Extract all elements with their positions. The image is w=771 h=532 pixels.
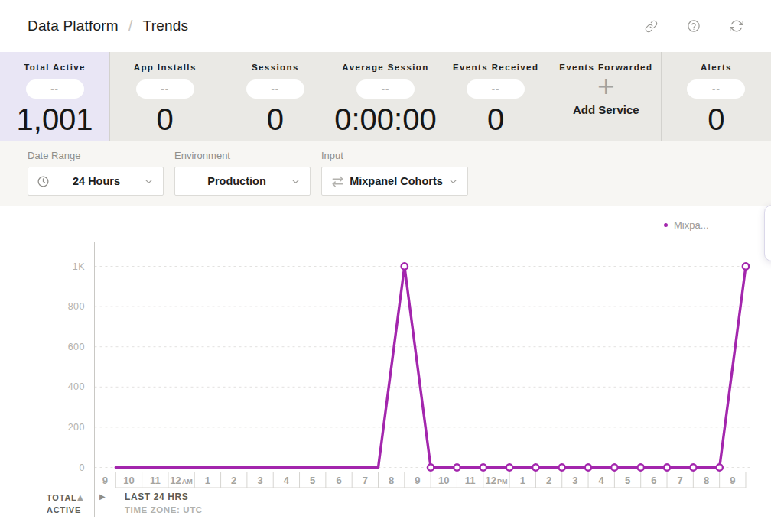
clock-icon — [37, 175, 50, 188]
filter-group-input: Input Mixpanel Cohorts — [321, 150, 468, 206]
chevron-down-icon — [290, 176, 301, 187]
footer-metric-label[interactable]: TOTAL ACTIVE — [47, 491, 81, 516]
stat-value: 0 — [708, 103, 724, 135]
input-dropdown[interactable]: Mixpanel Cohorts — [321, 167, 468, 196]
stat-label: App Installs — [134, 63, 197, 72]
svg-text:400: 400 — [68, 381, 85, 392]
svg-text:10: 10 — [438, 475, 449, 486]
svg-text:8: 8 — [704, 475, 709, 486]
help-button[interactable] — [687, 19, 701, 33]
add-service-button[interactable]: Add Service — [573, 103, 639, 116]
stat-pill: -- — [356, 79, 415, 99]
svg-text:0: 0 — [80, 462, 85, 473]
stat-pill: -- — [26, 79, 84, 99]
breadcrumb-separator-icon: / — [128, 18, 133, 35]
svg-text:9: 9 — [102, 475, 108, 486]
svg-text:800: 800 — [68, 301, 85, 312]
stat-card-alerts[interactable]: Alerts -- 0 — [662, 52, 771, 141]
svg-text:1K: 1K — [73, 261, 85, 272]
svg-text:11: 11 — [465, 475, 476, 486]
svg-text:4: 4 — [599, 475, 605, 486]
svg-text:6: 6 — [336, 475, 341, 486]
sort-asc-icon[interactable]: ▲ — [77, 493, 83, 501]
stat-pill: -- — [136, 79, 194, 99]
refresh-button[interactable] — [730, 19, 743, 33]
link-icon — [645, 20, 658, 33]
stats-row: Total Active -- 1,001 App Installs -- 0 … — [0, 52, 771, 141]
svg-text:9: 9 — [415, 475, 420, 486]
stat-label: Average Session — [342, 63, 428, 72]
trends-chart-svg: 1K80060040020009101112AM123456789101112P… — [0, 206, 771, 532]
page-header: Data Platform / Trends — [0, 0, 771, 52]
svg-text:1: 1 — [520, 475, 525, 486]
stat-label: Events Received — [453, 63, 538, 72]
svg-text:1: 1 — [205, 475, 210, 486]
svg-text:10: 10 — [123, 475, 134, 486]
stat-card-average-session[interactable]: Average Session -- 0:00:00 — [330, 52, 441, 141]
date-range-value: 24 Hours — [50, 175, 143, 187]
trends-page: Data Platform / Trends — [0, 0, 771, 532]
svg-text:200: 200 — [68, 422, 85, 433]
stat-card-app-installs[interactable]: App Installs -- 0 — [110, 52, 220, 141]
stat-value: 0 — [487, 103, 504, 135]
svg-text:3: 3 — [257, 475, 262, 486]
footer-timezone-label: TIME ZONE: UTC — [125, 505, 203, 514]
stat-label: Total Active — [24, 63, 86, 72]
stat-label: Events Forwarded — [559, 63, 652, 72]
share-link-button[interactable] — [645, 20, 658, 33]
svg-text:5: 5 — [310, 475, 315, 486]
svg-text:11: 11 — [150, 475, 161, 486]
stat-label: Alerts — [701, 63, 732, 72]
environment-value: Production — [184, 175, 290, 187]
svg-text:8: 8 — [389, 475, 394, 486]
svg-text:6: 6 — [651, 475, 656, 486]
filter-group-date-range: Date Range 24 Hours — [28, 150, 164, 206]
date-range-dropdown[interactable]: 24 Hours — [28, 167, 164, 196]
stat-card-events-received[interactable]: Events Received -- 0 — [441, 52, 551, 141]
input-value: Mixpanel Cohorts — [345, 175, 447, 187]
stat-card-events-forwarded[interactable]: Events Forwarded + Add Service — [551, 52, 662, 141]
breadcrumb-root[interactable]: Data Platform — [28, 18, 119, 34]
stat-value: 1,001 — [17, 103, 93, 135]
stat-pill: -- — [246, 79, 304, 99]
chevron-down-icon — [447, 176, 459, 187]
svg-text:2: 2 — [546, 475, 551, 486]
header-actions — [645, 19, 743, 33]
chart-section: Mixpa... 1K80060040020009101112AM1234567… — [0, 206, 771, 532]
stat-card-sessions[interactable]: Sessions -- 0 — [220, 52, 330, 141]
stat-pill: -- — [467, 79, 525, 99]
svg-text:7: 7 — [363, 475, 368, 486]
svg-text:2: 2 — [231, 475, 236, 486]
edge-panel-handle[interactable] — [764, 205, 771, 261]
svg-text:9: 9 — [730, 475, 735, 486]
svg-text:4: 4 — [284, 475, 290, 486]
stat-value: 0 — [157, 103, 174, 135]
stat-card-total-active[interactable]: Total Active -- 1,001 — [0, 52, 110, 141]
filter-label: Environment — [174, 150, 311, 161]
stat-label: Sessions — [252, 63, 299, 72]
breadcrumb-current: Trends — [143, 18, 189, 34]
svg-text:3: 3 — [572, 475, 577, 486]
help-circle-icon — [687, 19, 701, 33]
refresh-icon — [730, 19, 743, 33]
breadcrumb: Data Platform / Trends — [28, 18, 188, 35]
footer-range-label: LAST 24 HRS — [125, 491, 188, 502]
filter-label: Date Range — [28, 150, 164, 161]
swap-arrows-icon — [330, 174, 345, 189]
stat-pill: -- — [687, 79, 745, 99]
plus-icon: + — [597, 76, 616, 96]
svg-text:600: 600 — [68, 342, 85, 352]
expand-row-icon[interactable]: ▶ — [99, 492, 106, 501]
svg-text:5: 5 — [625, 475, 630, 486]
svg-text:12PM: 12PM — [485, 475, 507, 486]
filter-bar: Date Range 24 Hours Environment Producti… — [0, 141, 771, 206]
svg-text:12AM: 12AM — [170, 475, 192, 486]
svg-text:7: 7 — [678, 475, 683, 486]
stat-value: 0:00:00 — [334, 103, 436, 135]
chevron-down-icon — [143, 176, 155, 187]
filter-label: Input — [321, 150, 468, 161]
environment-dropdown[interactable]: Production — [174, 167, 311, 196]
stat-value: 0 — [267, 103, 284, 135]
filter-group-environment: Environment Production — [174, 150, 311, 206]
